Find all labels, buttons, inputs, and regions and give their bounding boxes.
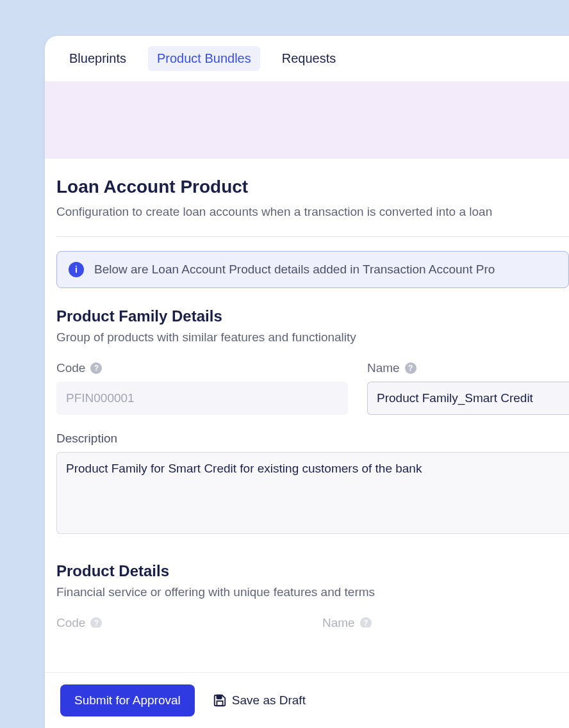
tab-requests[interactable]: Requests	[273, 46, 345, 71]
help-icon[interactable]: ?	[405, 362, 416, 374]
product-section-subtitle: Financial service or offering with uniqu…	[56, 585, 569, 599]
save-as-draft-label: Save as Draft	[232, 693, 306, 708]
page-title: Loan Account Product	[56, 177, 569, 197]
svg-rect-0	[217, 695, 221, 699]
footer-bar: Submit for Approval Save as Draft	[45, 672, 569, 728]
tab-product-bundles[interactable]: Product Bundles	[148, 46, 260, 71]
divider	[56, 236, 569, 237]
family-section-subtitle: Group of products with similar features …	[56, 330, 569, 344]
family-name-input[interactable]	[367, 382, 569, 415]
save-icon	[213, 693, 227, 708]
description-label: Description	[56, 432, 569, 446]
help-icon[interactable]: ?	[90, 362, 102, 374]
svg-rect-1	[217, 701, 222, 706]
page-subtitle: Configuration to create loan accounts wh…	[56, 204, 569, 221]
main-card: Blueprints Product Bundles Requests Loan…	[45, 36, 569, 728]
help-icon[interactable]: ?	[360, 617, 372, 627]
info-text: Below are Loan Account Product details a…	[94, 263, 495, 277]
name-label: Name	[367, 361, 400, 375]
product-section-title: Product Details	[56, 562, 569, 580]
family-description-input[interactable]	[56, 452, 569, 534]
tab-bar: Blueprints Product Bundles Requests	[45, 36, 569, 82]
help-icon[interactable]: ?	[90, 617, 102, 627]
product-code-label: Code	[56, 616, 85, 627]
tab-blueprints[interactable]: Blueprints	[60, 46, 135, 71]
info-callout: i Below are Loan Account Product details…	[56, 251, 569, 288]
family-code-input[interactable]	[56, 382, 348, 415]
product-name-label: Name	[322, 616, 355, 627]
code-label: Code	[56, 361, 85, 375]
header-banner	[45, 82, 569, 159]
family-section-title: Product Family Details	[56, 307, 569, 325]
submit-for-approval-button[interactable]: Submit for Approval	[60, 684, 195, 716]
save-as-draft-button[interactable]: Save as Draft	[213, 693, 306, 708]
info-icon: i	[69, 262, 84, 277]
